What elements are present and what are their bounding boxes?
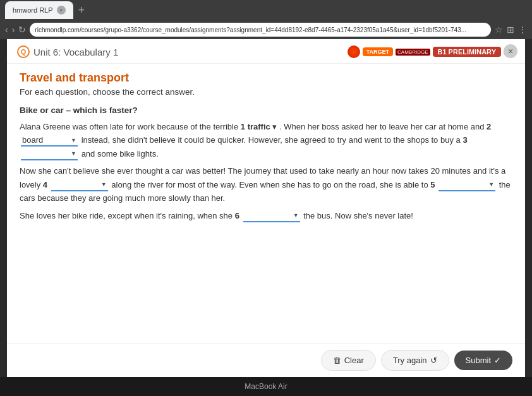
target-logo	[348, 45, 360, 58]
address-text: richmondlp.com/courses/grupo-a3362/cours…	[35, 27, 466, 33]
try-icon: ↺	[430, 356, 437, 365]
target-badge: TARGET	[363, 47, 393, 56]
unit-icon: Q	[17, 45, 30, 58]
dropdown-3-container[interactable]: helmet lock pump bag	[21, 148, 78, 160]
submit-button[interactable]: Submit ✓	[454, 351, 512, 370]
browser-chrome: hmword RLP × + ‹ › ↻ richmondlp.com/cour…	[0, 0, 532, 39]
question-heading: Bike or car – which is faster?	[20, 105, 512, 115]
dropdown-6[interactable]: catches gets takes misses	[243, 210, 294, 221]
refresh-button[interactable]: ↻	[18, 25, 26, 35]
dropdown-4[interactable]: ride path route journey	[51, 179, 102, 190]
traffic-word: traffic	[248, 122, 270, 131]
clear-button[interactable]: 🗑 Clear	[321, 350, 376, 371]
passage-paragraph-2: Now she can't believe she ever thought a…	[20, 164, 512, 205]
passage-paragraph-1: Alana Greene was often late for work bec…	[20, 120, 512, 160]
dropdown-1-indicator: ▾	[272, 122, 277, 131]
address-bar[interactable]: richmondlp.com/courses/grupo-a3362/cours…	[30, 23, 491, 37]
tab-bar: hmword RLP × +	[0, 0, 532, 20]
mac-taskbar: MacBook Air	[0, 377, 532, 396]
number-2: 2	[487, 122, 491, 131]
clear-label: Clear	[344, 356, 364, 365]
forward-button[interactable]: ›	[12, 25, 15, 35]
dropdown-2[interactable]: board ride cycle take	[21, 135, 71, 145]
number-1: 1	[241, 122, 245, 131]
passage-text-p1b: . When her boss asked her to leave her c…	[279, 122, 487, 131]
address-bar-row: ‹ › ↻ richmondlp.com/courses/grupo-a3362…	[0, 20, 532, 39]
content-header: Q Unit 6: Vocabulary 1 TARGET CAMBRIDGE …	[7, 39, 525, 64]
tab-close-button[interactable]: ×	[57, 6, 66, 15]
b1-badge: B1 PRELIMINARY	[433, 47, 502, 57]
passage-paragraph-3: She loves her bike ride, except when it'…	[20, 209, 512, 222]
window-close-button[interactable]: ×	[504, 44, 517, 58]
article-body: Travel and transport For each question, …	[7, 64, 525, 343]
cambridge-badge: CAMBRIDGE	[396, 49, 430, 56]
passage-text-p1a: Alana Greene was often late for work bec…	[20, 122, 238, 131]
action-bar: 🗑 Clear Try again ↺ Submit ✓	[7, 343, 525, 377]
number-3: 3	[462, 135, 467, 145]
number-6: 6	[235, 211, 239, 220]
passage-text-p3a: She loves her bike ride, except when it'…	[20, 211, 233, 220]
submit-label: Submit	[466, 356, 491, 365]
submit-icon: ✓	[494, 356, 501, 365]
passage-text: Alana Greene was often late for work bec…	[20, 120, 512, 222]
dropdown-6-container[interactable]: catches gets takes misses	[243, 210, 300, 222]
instruction-text: For each question, choose the correct an…	[20, 87, 512, 97]
passage-text-p1d: and some bike lights.	[82, 149, 159, 159]
extensions-button[interactable]: ⊞	[507, 25, 514, 35]
browser-tab[interactable]: hmword RLP ×	[5, 1, 73, 19]
passage-text-p2b: along the river for most of the way. Eve…	[111, 180, 430, 189]
main-content-window: × Q Unit 6: Vocabulary 1 TARGET CAMBRIDG…	[7, 39, 525, 377]
clear-icon: 🗑	[333, 356, 341, 365]
passage-text-p3b: the bus. Now she's never late!	[303, 211, 413, 220]
unit-label: Unit 6: Vocabulary 1	[33, 47, 118, 57]
dropdown-5-container[interactable]: overtake pass beat skip	[438, 179, 495, 191]
try-again-button[interactable]: Try again ↺	[381, 350, 449, 371]
tab-label: hmword RLP	[13, 6, 53, 14]
menu-button[interactable]: ⋮	[518, 25, 527, 35]
dropdown-5[interactable]: overtake pass beat skip	[438, 179, 489, 190]
number-5: 5	[430, 180, 435, 189]
bookmark-button[interactable]: ☆	[495, 25, 503, 35]
dropdown-3[interactable]: helmet lock pump bag	[21, 148, 71, 159]
mac-label: MacBook Air	[245, 382, 287, 391]
try-label: Try again	[393, 356, 427, 365]
back-button[interactable]: ‹	[5, 25, 8, 35]
dropdown-2-container[interactable]: board ride cycle take	[21, 135, 78, 147]
number-4: 4	[43, 180, 47, 189]
new-tab-button[interactable]: +	[78, 4, 85, 17]
badge-area: TARGET CAMBRIDGE B1 PRELIMINARY ×	[348, 45, 515, 58]
unit-title-area: Q Unit 6: Vocabulary 1	[17, 45, 118, 58]
passage-text-p1c: instead, she didn't believe it could be …	[82, 135, 461, 145]
article-title: Travel and transport	[20, 71, 512, 85]
dropdown-4-container[interactable]: ride path route journey	[51, 179, 108, 191]
